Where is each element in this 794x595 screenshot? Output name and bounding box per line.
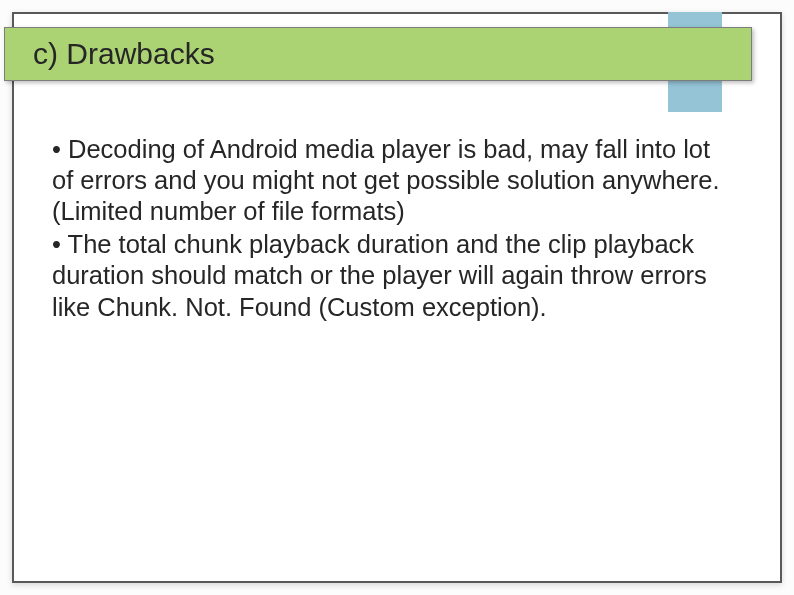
slide-content: • Decoding of Android media player is ba… bbox=[52, 134, 720, 325]
slide-title: c) Drawbacks bbox=[33, 37, 215, 71]
title-bar: c) Drawbacks bbox=[4, 27, 752, 81]
slide-frame: c) Drawbacks • Decoding of Android media… bbox=[12, 12, 782, 583]
bullet-item: • The total chunk playback duration and … bbox=[52, 229, 720, 322]
slide-container: c) Drawbacks • Decoding of Android media… bbox=[0, 0, 794, 595]
bullet-item: • Decoding of Android media player is ba… bbox=[52, 134, 720, 227]
